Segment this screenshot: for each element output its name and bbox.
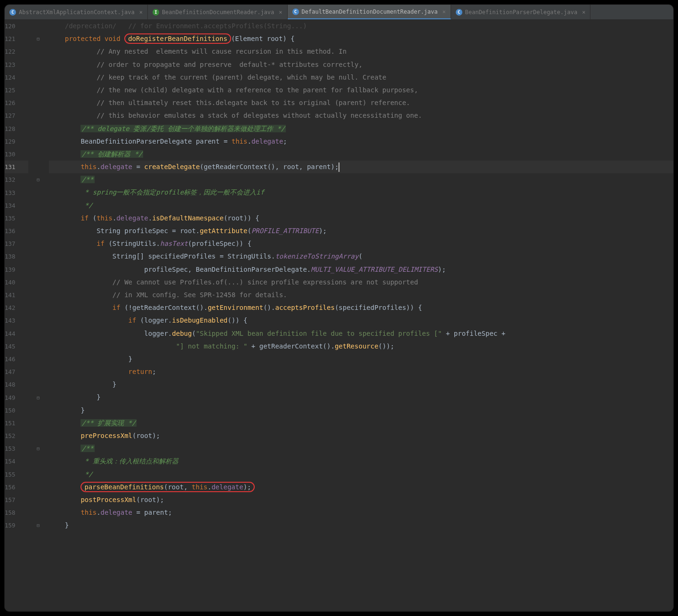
close-icon[interactable]: × <box>139 9 143 16</box>
close-icon[interactable]: × <box>443 8 446 15</box>
tab-label: BeanDefinitionParserDelegate.java <box>465 9 577 16</box>
class-icon: C <box>9 9 16 16</box>
close-icon[interactable]: × <box>582 9 585 16</box>
editor-window: C AbstractXmlApplicationContext.java × I… <box>5 5 673 611</box>
tab-1[interactable]: I BeanDefinitionDocumentReader.java × <box>148 5 288 19</box>
fold-gutter: ⊟⊟⊟⊟⊟ <box>37 20 47 611</box>
tab-label: DefaultBeanDefinitionDocumentReader.java <box>302 8 438 15</box>
code-area[interactable]: /deprecation/ // for Environment.accepts… <box>47 20 673 611</box>
tab-3[interactable]: C BeanDefinitionParserDelegate.java × <box>451 5 591 19</box>
tab-bar: C AbstractXmlApplicationContext.java × I… <box>5 5 673 20</box>
class-icon: C <box>456 9 462 16</box>
class-icon: C <box>292 8 299 15</box>
tab-label: AbstractXmlApplicationContext.java <box>19 9 135 16</box>
close-icon[interactable]: × <box>279 9 282 16</box>
line-gutter: 1201211221231241251261271281291301311321… <box>5 20 37 611</box>
tab-2[interactable]: C DefaultBeanDefinitionDocumentReader.ja… <box>288 5 451 19</box>
tab-label: BeanDefinitionDocumentReader.java <box>162 9 274 16</box>
tab-0[interactable]: C AbstractXmlApplicationContext.java × <box>5 5 148 19</box>
code-editor[interactable]: 1201211221231241251261271281291301311321… <box>5 20 673 611</box>
interface-icon: I <box>153 9 159 16</box>
